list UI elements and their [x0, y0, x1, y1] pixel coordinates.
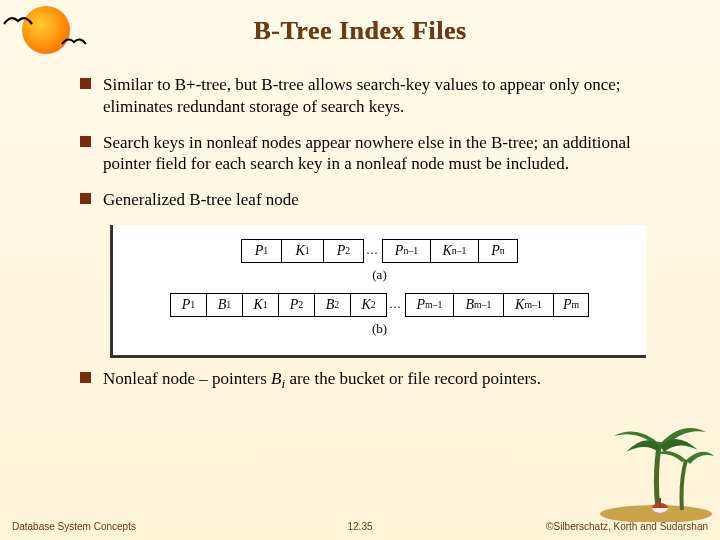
node-cell: K2: [350, 293, 386, 317]
slide-footer: Database System Concepts 12.35 ©Silbersc…: [0, 521, 720, 532]
node-cell: Pm: [553, 293, 589, 317]
footer-left: Database System Concepts: [12, 521, 136, 532]
slide-title: B-Tree Index Files: [0, 0, 720, 46]
node-cell: B2: [314, 293, 350, 317]
slide-content: Similar to B+-tree, but B-tree allows se…: [0, 46, 720, 393]
node-cell: Pm–1: [405, 293, 453, 317]
bullet-text: Generalized B-tree leaf node: [103, 189, 299, 211]
bullet-item: Nonleaf node – pointers Bi are the bucke…: [80, 368, 676, 393]
node-cell: Km–1: [503, 293, 553, 317]
node-cell: P2: [278, 293, 314, 317]
text-fragment: are the bucket or file record pointers.: [285, 369, 541, 388]
diagram-label-b: (b): [123, 321, 636, 337]
bullet-text: Nonleaf node – pointers Bi are the bucke…: [103, 368, 541, 393]
node-cell: Kn–1: [430, 239, 478, 263]
palm-decoration: [596, 402, 716, 522]
node-cell: P1: [170, 293, 206, 317]
footer-copyright: ©Silberschatz, Korth and Sudarshan: [546, 521, 708, 532]
bird-icon: [2, 14, 34, 26]
bullet-marker: [80, 78, 91, 89]
node-cell: K1: [242, 293, 278, 317]
bullet-marker: [80, 136, 91, 147]
bullet-text: Search keys in nonleaf nodes appear nowh…: [103, 132, 676, 176]
svg-rect-1: [659, 498, 661, 508]
diagram-label-a: (a): [123, 267, 636, 283]
node-cell: Pn–1: [382, 239, 430, 263]
node-ellipsis: …: [363, 239, 382, 263]
node-cell: Pn: [478, 239, 518, 263]
nonleaf-node-row: P1 B1 K1 P2 B2 K2 … Pm–1 Bm–1 Km–1 Pm: [123, 293, 636, 317]
btree-diagram: P1 K1 P2 … Pn–1 Kn–1 Pn (a) P1 B1 K1 P2 …: [110, 225, 646, 358]
variable: B: [271, 369, 281, 388]
node-ellipsis: …: [386, 293, 405, 317]
node-cell: K1: [281, 239, 323, 263]
bullet-item: Similar to B+-tree, but B-tree allows se…: [80, 74, 676, 118]
bullet-text: Similar to B+-tree, but B-tree allows se…: [103, 74, 676, 118]
bullet-marker: [80, 372, 91, 383]
bullet-marker: [80, 193, 91, 204]
bullet-item: Search keys in nonleaf nodes appear nowh…: [80, 132, 676, 176]
footer-page-number: 12.35: [347, 521, 372, 532]
node-cell: B1: [206, 293, 242, 317]
leaf-node-row: P1 K1 P2 … Pn–1 Kn–1 Pn: [123, 239, 636, 263]
node-cell: Bm–1: [453, 293, 503, 317]
node-cell: P2: [323, 239, 363, 263]
node-cell: P1: [241, 239, 281, 263]
text-fragment: Nonleaf node – pointers: [103, 369, 271, 388]
bird-icon: [60, 36, 88, 46]
bullet-item: Generalized B-tree leaf node: [80, 189, 676, 211]
